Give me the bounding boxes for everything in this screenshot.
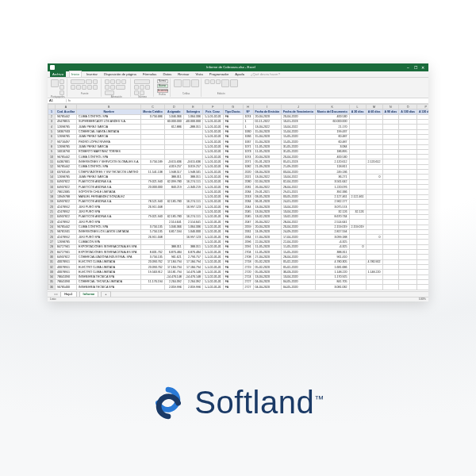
col-header[interactable]: L <box>349 105 366 109</box>
group-editing-label: Edición <box>205 93 238 96</box>
cell[interactable] <box>382 285 399 290</box>
underline-icon[interactable] <box>76 85 81 90</box>
cell[interactable]: 2.059.996 <box>183 285 202 290</box>
col-header[interactable]: J <box>282 105 316 109</box>
cell[interactable]: 1-1-02-01-01 <box>203 285 224 290</box>
cell[interactable] <box>416 285 428 290</box>
insert-icon[interactable] <box>174 79 182 87</box>
cell[interactable]: 3.081.032 <box>315 285 349 290</box>
align-center-icon[interactable] <box>105 85 109 90</box>
group-editing: Edición <box>203 79 240 97</box>
col-header[interactable]: F <box>203 105 224 109</box>
currency-icon[interactable] <box>134 85 139 90</box>
col-header[interactable]: C <box>141 105 164 109</box>
group-font-label: Fuente <box>71 93 99 96</box>
align-bottom-icon[interactable] <box>116 79 121 84</box>
col-header[interactable]: I <box>253 105 282 109</box>
zoom-level[interactable]: 100% <box>419 298 426 301</box>
col-header[interactable]: B <box>77 105 141 109</box>
cell[interactable] <box>141 285 164 290</box>
row-header[interactable]: 36 <box>48 285 56 290</box>
group-font: Fuente <box>69 79 102 97</box>
align-right-icon[interactable] <box>110 85 115 90</box>
col-header[interactable]: O <box>399 105 417 109</box>
cell[interactable]: 04-04-2020 <box>253 285 282 290</box>
min-button[interactable]: – <box>407 66 412 70</box>
font-size[interactable] <box>86 79 92 84</box>
close-button[interactable]: ✕ <box>421 66 426 70</box>
cut-icon[interactable] <box>60 79 64 84</box>
titlebar: Informe de Cobranza.xlsx - Excel – ☐ ✕ <box>48 63 428 71</box>
tab-inicio[interactable]: Inicio <box>69 71 82 77</box>
spreadsheet-grid[interactable]: ABCDEFGHIJKLMNOPQ 1Cod. AuxiliarNombreMo… <box>48 104 428 291</box>
group-styles: Normal Bueno Incorrecto Estilos <box>155 79 171 97</box>
paste-icon[interactable] <box>51 79 59 87</box>
cell[interactable]: INGENIERIA TECNICA SPA <box>77 285 141 290</box>
col-header[interactable]: H <box>243 105 253 109</box>
tab-insertar[interactable]: Insertar <box>85 71 99 77</box>
group-cells: Celdas <box>172 79 202 97</box>
style-normal[interactable]: Normal <box>157 79 168 83</box>
find-select-icon[interactable] <box>230 79 238 87</box>
font-select[interactable] <box>71 79 85 84</box>
bold-icon[interactable] <box>93 79 98 84</box>
col-header[interactable]: G <box>223 105 243 109</box>
col-header[interactable]: E <box>183 105 202 109</box>
sort-filter-icon[interactable] <box>221 79 229 87</box>
col-header[interactable]: P <box>416 105 428 109</box>
tab-revisar[interactable]: Revisar <box>176 71 190 77</box>
italic-icon[interactable] <box>71 85 75 90</box>
tab-vista[interactable]: Vista <box>194 71 205 77</box>
delete-icon[interactable] <box>182 79 190 87</box>
cell[interactable]: FA <box>223 285 243 290</box>
cell[interactable]: 2727 <box>243 285 253 290</box>
brand: Softland™ <box>0 385 476 420</box>
formula-bar: A1 fx <box>48 98 428 104</box>
excel-window: Informe de Cobranza.xlsx - Excel – ☐ ✕ A… <box>48 63 428 301</box>
tell-me[interactable]: ¿Qué desea hacer? <box>249 71 282 77</box>
percent-icon[interactable] <box>140 85 144 90</box>
comma-icon[interactable] <box>145 85 150 90</box>
clear-icon[interactable] <box>216 79 221 84</box>
col-header[interactable]: M <box>366 105 382 109</box>
autosum-icon[interactable] <box>205 79 209 84</box>
col-header[interactable]: N <box>382 105 399 109</box>
group-cells-label: Celdas <box>174 93 199 96</box>
cell[interactable]: 2.059.996 <box>164 285 183 290</box>
copy-icon[interactable] <box>60 85 64 90</box>
style-bueno[interactable]: Bueno <box>157 84 168 88</box>
table-row[interactable]: 3696785400INGENIERIA TECNICA SPA2.059.99… <box>48 285 429 290</box>
cell[interactable] <box>349 285 366 290</box>
col-header[interactable]: K <box>315 105 349 109</box>
group-alignment: Alineación <box>103 79 131 97</box>
fill-icon[interactable] <box>210 79 215 84</box>
align-top-icon[interactable] <box>105 79 109 84</box>
tab-datos[interactable]: Datos <box>161 71 173 77</box>
number-format-select[interactable] <box>134 79 150 84</box>
format-cell-icon[interactable] <box>191 79 199 87</box>
window-title: Informe de Cobranza.xlsx - Excel <box>55 65 407 69</box>
wrap-text-icon[interactable] <box>116 85 125 90</box>
cell[interactable] <box>366 285 382 290</box>
fill-color-icon[interactable] <box>87 85 92 90</box>
status-ready: Listo <box>50 298 56 301</box>
name-box[interactable]: A1 <box>48 99 67 103</box>
cell[interactable] <box>399 285 417 290</box>
tab-formulas[interactable]: Fórmulas <box>141 71 158 77</box>
font-color-icon[interactable] <box>93 85 98 90</box>
fx-label[interactable]: fx <box>67 99 72 103</box>
align-middle-icon[interactable] <box>110 79 115 84</box>
statusbar: Listo 100% <box>48 297 428 301</box>
tab-disposicion[interactable]: Disposición de página <box>102 71 138 77</box>
group-styles-label: Estilos <box>157 94 168 97</box>
col-header[interactable]: A <box>56 105 77 109</box>
max-button[interactable]: ☐ <box>414 66 419 70</box>
col-header[interactable]: D <box>164 105 183 109</box>
border-icon[interactable] <box>82 85 86 90</box>
cell[interactable]: 96785400 <box>56 285 77 290</box>
cell[interactable]: 04-05-2020 <box>282 285 316 290</box>
tab-ayuda[interactable]: Ayuda <box>233 71 246 77</box>
tab-file[interactable]: Archivo <box>50 71 66 77</box>
align-left-icon[interactable] <box>121 79 126 84</box>
tab-programador[interactable]: Programador <box>208 71 230 77</box>
